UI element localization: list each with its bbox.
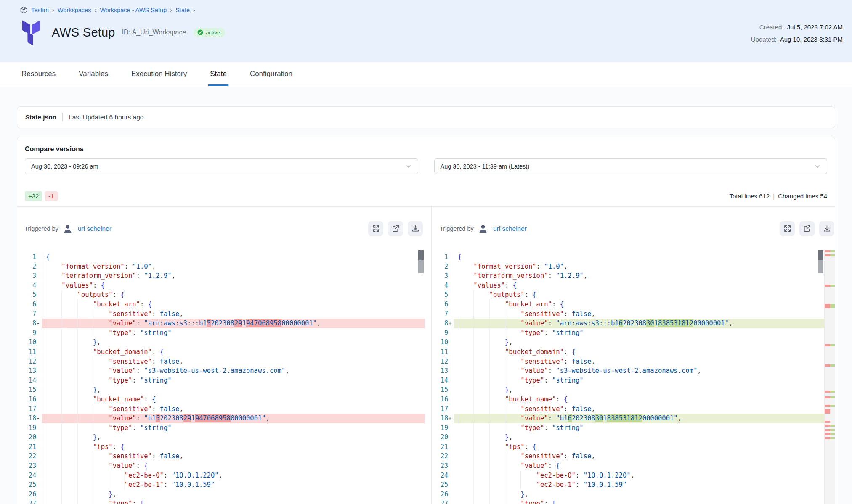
code-line: 20}, (438, 433, 835, 442)
diff-overview-mark (825, 304, 835, 308)
diff-overview-mark (825, 429, 835, 431)
triggered-by-label: Triggered by (24, 225, 58, 232)
code-line: 4"values": { (17, 281, 425, 290)
code-line: 25"ec2-be-1": "10.0.1.59" (438, 480, 835, 490)
diff-overview-mark (825, 437, 835, 439)
diff-change-badges: +32 -1 (25, 191, 58, 201)
code-panel-left[interactable]: 1{2"format_version": "1.0",3"terraform_v… (17, 250, 425, 504)
code-line: 26}, (17, 490, 425, 499)
code-line: 19"type": "string" (438, 423, 835, 433)
code-line: 1{ (17, 252, 425, 262)
expand-icon (372, 224, 380, 232)
diff-column-right: Triggered by uri scheiner (431, 207, 835, 504)
open-in-new-tab-button[interactable] (388, 221, 403, 236)
code-line: 17"sensitive": false, (17, 404, 425, 414)
code-line: 25"ec2-be-1": "10.0.1.59" (17, 480, 425, 490)
diff-overview-mark (825, 254, 835, 256)
page-title: AWS Setup (52, 26, 115, 40)
version-select-right[interactable]: Aug 30, 2023 - 11:39 am (Latest) (434, 158, 828, 174)
triggered-by-label: Triggered by (440, 225, 474, 232)
breadcrumb-separator: › (193, 6, 195, 13)
diff-overview-mark (825, 433, 835, 435)
code-line: 26}, (438, 490, 835, 499)
code-line: 13"value": "s3-website-us-west-2.amazona… (438, 366, 835, 376)
code-line: 12"sensitive": false, (17, 357, 425, 367)
check-circle-icon (197, 29, 203, 35)
workspace-meta: Created:Jul 5, 2023 7:02 AM Updated:Aug … (751, 24, 843, 48)
breadcrumb-separator: › (94, 6, 96, 13)
line-stats: Total lines 612|Changed lines 54 (729, 193, 827, 200)
tab-variables[interactable]: Variables (77, 62, 110, 86)
code-line: 2"format_version": "1.0", (17, 262, 425, 272)
code-line: 16"bucket_name": { (438, 395, 835, 404)
user-avatar-icon (478, 224, 488, 234)
code-line: 15}, (438, 385, 835, 395)
code-line: 9"type": "string" (17, 328, 425, 338)
additions-badge: +32 (25, 191, 42, 201)
external-link-icon (392, 224, 400, 232)
expand-button[interactable] (780, 221, 795, 236)
state-filename: State.json (25, 113, 56, 121)
package-icon (20, 6, 28, 14)
code-line: 6"bucket_arn": { (17, 300, 425, 309)
code-line: 24"ec2-be-0": "10.0.1.220", (17, 471, 425, 480)
updated-value: Aug 10, 2023 3:31 PM (780, 36, 843, 43)
status-badge: active (194, 28, 225, 37)
breadcrumb-link-testim[interactable]: Testim (31, 7, 49, 13)
compare-versions-card: Compare versions Aug 30, 2023 - 09:26 am… (17, 137, 835, 504)
diff-overview-mark (825, 391, 835, 393)
code-line: 11"bucket_domain": { (17, 347, 425, 357)
code-line: 17"sensitive": false, (438, 404, 835, 414)
diff-overview-mark (825, 425, 835, 427)
chevron-down-icon (814, 163, 821, 170)
external-link-icon (803, 224, 811, 232)
download-button[interactable] (819, 221, 834, 236)
code-line: 5"outputs": { (438, 290, 835, 300)
breadcrumb: Testim › Workspaces › Workspace - AWS Se… (20, 6, 195, 14)
breadcrumb-link-workspace-aws-setup[interactable]: Workspace - AWS Setup (100, 7, 167, 13)
scrollbar-thumb[interactable] (818, 250, 823, 273)
state-page-content: State.json Last Updated 6 hours ago Comp… (0, 87, 852, 504)
diff-overview-mark (825, 364, 835, 367)
code-line: 6"bucket_arn": { (438, 300, 835, 309)
code-line: 12"sensitive": false, (438, 357, 835, 367)
code-lines: 1{2"format_version": "1.0",3"terraform_v… (17, 250, 425, 504)
code-lines: 1{2"format_version": "1.0",3"terraform_v… (438, 250, 835, 504)
breadcrumb-link-state[interactable]: State (175, 7, 190, 13)
page-header: Testim › Workspaces › Workspace - AWS Se… (0, 0, 852, 62)
diff-overview-mark (825, 250, 835, 252)
breadcrumb-separator: › (52, 6, 54, 13)
breadcrumb-link-workspaces[interactable]: Workspaces (58, 7, 91, 13)
compare-versions-title: Compare versions (25, 145, 827, 153)
divider (62, 113, 63, 121)
code-line: 27"type": [ (17, 499, 425, 504)
code-line: 18+"value": "b16202308301838531812000000… (438, 414, 835, 423)
chevron-down-icon (405, 163, 412, 170)
tab-configuration[interactable]: Configuration (248, 62, 294, 86)
code-line: 21"ips": { (17, 442, 425, 452)
download-button[interactable] (408, 221, 423, 236)
expand-button[interactable] (368, 221, 383, 236)
download-icon (823, 224, 831, 232)
tab-execution-history[interactable]: Execution History (130, 62, 188, 86)
open-in-new-tab-button[interactable] (799, 221, 815, 236)
tab-resources[interactable]: Resources (20, 62, 57, 86)
tab-bar: Resources Variables Execution History St… (0, 62, 852, 86)
diff-column-left: Triggered by uri scheiner (17, 207, 431, 504)
code-line: 16"bucket_name": { (17, 395, 425, 404)
triggered-by-user-link[interactable]: uri scheiner (78, 225, 111, 232)
code-line: 19"type": "string" (17, 423, 425, 433)
code-line: 1{ (438, 252, 835, 262)
tab-state[interactable]: State (208, 62, 228, 86)
changed-lines: Changed lines 54 (778, 193, 827, 200)
version-select-left[interactable]: Aug 30, 2023 - 09:26 am (25, 158, 418, 174)
scrollbar-thumb[interactable] (418, 250, 424, 273)
code-line: 22"sensitive": false, (438, 451, 835, 461)
code-panel-right[interactable]: 1{2"format_version": "1.0",3"terraform_v… (438, 250, 835, 504)
triggered-by-user-link[interactable]: uri scheiner (493, 225, 527, 232)
code-line: 14"type": "string" (17, 376, 425, 385)
code-line: 8+"value": "arn:aws:s3:::b16202308301838… (438, 319, 835, 328)
code-line: 15}, (17, 385, 425, 395)
code-line: 7"sensitive": false, (438, 309, 835, 319)
diff-overview-mark (825, 285, 835, 287)
